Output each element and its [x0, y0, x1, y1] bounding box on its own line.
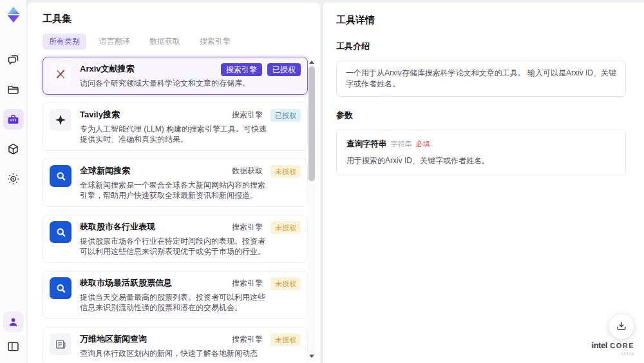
tool-description: 访问各个研究领域大量科学论文和文章的存储库。	[80, 78, 268, 88]
category-label: 搜索引擎	[232, 109, 263, 121]
tool-description: 专为人工智能代理 (LLM) 构建的搜索引擎工具。可快速提供实时、准确和真实的结…	[80, 124, 268, 144]
sidebar	[0, 0, 27, 363]
tab-search-engine[interactable]: 搜索引擎	[193, 34, 237, 50]
auth-status-badge: 已授权	[267, 63, 301, 76]
tool-description: 提供当天交易量最高的股票列表。投资者可以利用这些信息来识别流动性强的股票和潜在的…	[80, 292, 268, 313]
brand-intel: intel	[592, 340, 607, 350]
parameter-required-flag: 必填	[416, 139, 430, 149]
auth-status-badge: 未授权	[270, 221, 301, 234]
category-label: 搜索引擎	[232, 221, 263, 233]
scrollbar-thumb[interactable]	[308, 66, 315, 181]
newspaper-icon	[50, 333, 71, 355]
parameter-item: 查询字符串 字符串 必填 用于搜索的Arxiv ID、关键字或作者姓名。	[336, 130, 626, 175]
category-badge: 搜索引擎	[221, 63, 262, 76]
tavily-star-icon	[50, 109, 71, 131]
params-heading: 参数	[336, 110, 626, 121]
tool-description: 提供股票市场各个行业在特定时间段内的表现。投资者可以利用这些信息来识别表现优于或…	[80, 236, 268, 257]
parameter-type: 字符串	[391, 139, 412, 149]
scroll-up-icon[interactable]	[309, 61, 314, 64]
category-label: 数据获取	[232, 165, 263, 177]
download-icon	[615, 320, 628, 333]
sidebar-item-toolbox[interactable]	[3, 109, 24, 130]
panel-layout-icon	[6, 340, 20, 353]
tool-card-regional-news[interactable]: 万维地区新闻查询 搜索引擎 未授权 查询具体行政区划内的新闻，快速了解各地新闻动…	[43, 327, 308, 363]
sidebar-item-panel-toggle[interactable]	[3, 336, 24, 357]
auth-status-badge: 未授权	[270, 277, 301, 290]
tab-data-fetching[interactable]: 数据获取	[143, 34, 187, 50]
tab-language-translation[interactable]: 语言翻译	[93, 34, 137, 50]
parameter-description: 用于搜索的Arxiv ID、关键字或作者姓名。	[346, 155, 616, 166]
auth-status-badge: 未授权	[270, 333, 301, 346]
tool-description: 查询具体行政区划内的新闻，快速了解各地新闻动态	[80, 348, 268, 358]
tool-name: 万维地区新闻查询	[80, 333, 147, 345]
download-button[interactable]	[609, 313, 634, 339]
cube-icon	[6, 142, 20, 156]
user-icon	[7, 316, 19, 328]
tool-card-list: Arxiv文献搜索 搜索引擎 已授权 访问各个研究领域大量科学论文和文章的存储库…	[43, 57, 308, 363]
sidebar-item-user[interactable]	[3, 311, 24, 332]
tool-card-most-active-stocks[interactable]: 获取市场最活跃股票信息 搜索引擎 未授权 提供当天交易量最高的股票列表。投资者可…	[43, 271, 308, 319]
sidebar-item-settings[interactable]	[3, 168, 24, 189]
tool-card-sector-performance[interactable]: 获取股市各行业表现 搜索引擎 未授权 提供股票市场各个行业在特定时间段内的表现。…	[43, 215, 308, 263]
parameter-name: 查询字符串	[346, 139, 387, 150]
tool-list-panel: 工具集 所有类别 语言翻译 数据获取 搜索引擎 Arxiv文献搜索 搜索引擎 已…	[28, 3, 320, 363]
brand-ultra: Ultra	[592, 350, 634, 357]
tool-intro-text: 一个用于从Arxiv存储库搜索科学论文和文章的工具。 输入可以是Arxiv ID…	[336, 61, 626, 97]
tool-name: 获取市场最活跃股票信息	[80, 277, 172, 289]
category-label: 搜索引擎	[232, 333, 263, 345]
tool-card-tavily[interactable]: Tavily搜索 搜索引擎 已授权 专为人工智能代理 (LLM) 构建的搜索引擎…	[43, 103, 308, 151]
tool-name: Arxiv文献搜索	[80, 63, 135, 75]
page-title: 工具集	[43, 13, 320, 25]
auth-status-badge: 未授权	[270, 165, 301, 178]
brand-core: CORE	[610, 342, 634, 349]
tool-name: 获取股市各行业表现	[80, 221, 155, 233]
auth-status-badge: 已授权	[270, 109, 301, 122]
search-magnifier-icon	[50, 165, 71, 187]
intel-core-logo: intel CORE Ultra	[592, 341, 634, 357]
search-magnifier-icon	[50, 277, 71, 299]
settings-gear-icon	[6, 172, 20, 186]
category-tabs: 所有类别 语言翻译 数据获取 搜索引擎	[43, 34, 320, 49]
tool-card-arxiv[interactable]: Arxiv文献搜索 搜索引擎 已授权 访问各个研究领域大量科学论文和文章的存储库…	[43, 57, 308, 95]
folder-icon	[6, 83, 20, 97]
sidebar-item-models[interactable]	[3, 139, 24, 159]
tool-description: 全球新闻搜索是一个聚合全球各大新闻网站内容的搜索引擎，帮助用户快速获取全球最新资…	[80, 180, 268, 201]
sidebar-item-files[interactable]	[3, 79, 24, 100]
tab-all-categories[interactable]: 所有类别	[43, 34, 86, 50]
list-scrollbar[interactable]	[308, 59, 315, 359]
chat-icon	[6, 54, 20, 67]
scroll-down-icon[interactable]	[309, 355, 314, 358]
tool-card-global-news[interactable]: 全球新闻搜索 数据获取 未授权 全球新闻搜索是一个聚合全球各大新闻网站内容的搜索…	[43, 159, 308, 207]
sidebar-item-chat[interactable]	[3, 50, 24, 70]
intro-heading: 工具介绍	[336, 41, 626, 52]
arxiv-icon	[50, 63, 71, 85]
tool-detail-panel: 工具详情 工具介绍 一个用于从Arxiv存储库搜索科学论文和文章的工具。 输入可…	[322, 3, 644, 363]
search-magnifier-icon	[50, 221, 71, 243]
app-logo[interactable]	[5, 6, 23, 24]
toolbox-icon	[6, 113, 20, 126]
detail-title: 工具详情	[336, 14, 626, 26]
category-label: 搜索引擎	[232, 277, 263, 289]
gem-logo-icon	[5, 6, 22, 23]
tool-name: Tavily搜索	[80, 109, 120, 121]
tool-name: 全球新闻搜索	[80, 165, 130, 177]
